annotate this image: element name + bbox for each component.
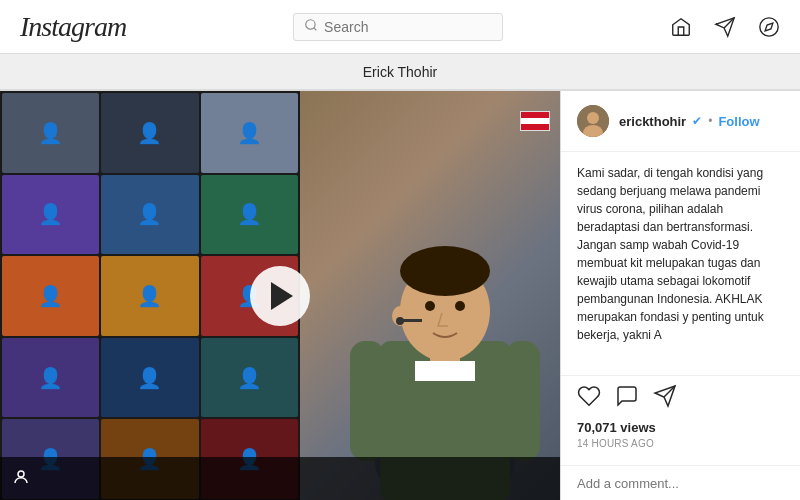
comment-section[interactable] xyxy=(561,465,800,500)
search-icon xyxy=(304,18,318,35)
participant-cell: 👤 xyxy=(101,338,198,418)
play-button[interactable] xyxy=(250,266,310,326)
participant-cell: 👤 xyxy=(201,175,298,255)
follow-button[interactable]: Follow xyxy=(718,114,759,129)
action-icons-row xyxy=(577,384,784,414)
comment-input[interactable] xyxy=(577,476,784,491)
profile-name: Erick Thohir xyxy=(363,64,437,80)
participant-cell: 👤 xyxy=(2,256,99,336)
compass-icon[interactable] xyxy=(758,16,780,38)
post-actions: 70,071 views 14 HOURS AGO xyxy=(561,375,800,465)
participant-cell: 👤 xyxy=(101,256,198,336)
post-caption: Kami sadar, di tengah kondisi yang sedan… xyxy=(561,152,800,375)
participant-cell: 👤 xyxy=(101,175,198,255)
verified-badge: ✔ xyxy=(692,114,702,128)
send-icon[interactable] xyxy=(714,16,736,38)
participant-cell: 👤 xyxy=(2,93,99,173)
svg-point-15 xyxy=(425,301,435,311)
home-icon[interactable] xyxy=(670,16,692,38)
play-triangle-icon xyxy=(271,282,293,310)
svg-point-11 xyxy=(400,246,490,296)
main-header: Instagram xyxy=(0,0,800,54)
svg-point-0 xyxy=(306,20,315,29)
user-icon xyxy=(12,468,30,491)
svg-rect-18 xyxy=(402,319,422,322)
like-button[interactable] xyxy=(577,384,601,414)
participant-cell: 👤 xyxy=(201,338,298,418)
participant-cell: 👤 xyxy=(2,338,99,418)
share-button[interactable] xyxy=(653,384,677,414)
svg-line-1 xyxy=(314,28,317,31)
video-controls-bar xyxy=(0,457,560,500)
svg-rect-14 xyxy=(505,341,540,461)
right-panel: erickthohir ✔ • Follow Kami sadar, di te… xyxy=(560,91,800,500)
search-input[interactable] xyxy=(324,19,492,35)
post-header: erickthohir ✔ • Follow xyxy=(561,91,800,152)
svg-point-21 xyxy=(587,112,599,124)
header-nav-icons xyxy=(670,16,780,38)
username[interactable]: erickthohir xyxy=(619,114,686,129)
comment-button[interactable] xyxy=(615,384,639,414)
post-user-info: erickthohir ✔ • Follow xyxy=(619,114,784,129)
participant-cell: 👤 xyxy=(201,93,298,173)
views-count: 70,071 views xyxy=(577,420,784,435)
main-speaker xyxy=(300,91,560,500)
video-section[interactable]: 👤 👤 👤 👤 👤 👤 👤 👤 👤 👤 👤 👤 👤 👤 👤 xyxy=(0,91,560,500)
svg-point-16 xyxy=(455,301,465,311)
time-ago: 14 HOURS AGO xyxy=(577,438,784,449)
search-bar[interactable] xyxy=(293,13,503,41)
participant-cell: 👤 xyxy=(101,93,198,173)
instagram-logo: Instagram xyxy=(20,11,126,43)
svg-marker-5 xyxy=(765,23,773,31)
separator: • xyxy=(708,114,712,128)
svg-rect-13 xyxy=(350,341,385,461)
svg-point-4 xyxy=(760,17,778,35)
speaker-figure xyxy=(330,141,560,500)
avatar xyxy=(577,105,609,137)
flag-decoration xyxy=(520,111,550,131)
caption-text: Kami sadar, di tengah kondisi yang sedan… xyxy=(577,164,784,344)
profile-name-bar: Erick Thohir xyxy=(0,54,800,90)
post-container: 👤 👤 👤 👤 👤 👤 👤 👤 👤 👤 👤 👤 👤 👤 👤 xyxy=(0,90,800,500)
participant-cell: 👤 xyxy=(2,175,99,255)
svg-point-19 xyxy=(18,471,24,477)
svg-rect-10 xyxy=(415,361,475,381)
